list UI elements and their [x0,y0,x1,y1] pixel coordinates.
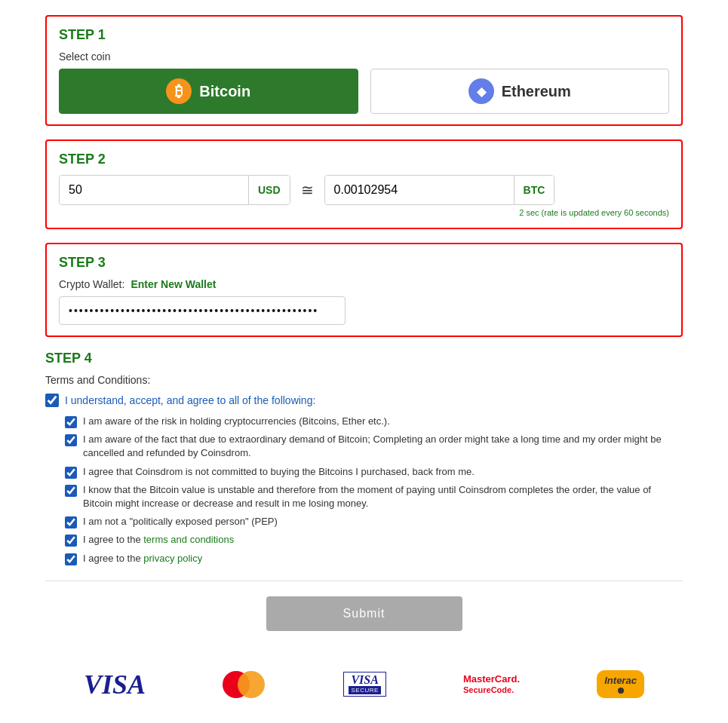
step2-section: STEP 2 USD ≅ BTC 2 sec (rate is updated … [45,139,683,229]
btc-input-group: BTC [324,175,555,205]
sub-item-2: I agree that Coinsdrom is not committed … [65,465,683,479]
visa-secure-top: VISA [351,674,378,686]
usd-amount-input[interactable] [60,176,248,204]
btc-amount-input[interactable] [325,176,514,204]
terms-link[interactable]: terms and conditions [143,534,234,545]
sub-item-1: I am aware of the fact that due to extra… [65,433,683,460]
select-coin-label: Select coin [59,51,669,63]
mastercard-securecode-logo: MasterCard. SecureCode. [463,673,520,695]
sub-item-5: I agree to the terms and conditions [65,533,683,547]
sub-item-4: I am not a "politically exposed person" … [65,515,683,528]
sub-item-6: I agree to the privacy policy [65,552,683,565]
step3-label: STEP 3 [59,255,669,271]
bitcoin-icon: ₿ [166,78,192,104]
visa-secure-logo: VISA SECURE [343,672,386,697]
ethereum-icon: ◆ [468,78,494,104]
sub-checkbox-6[interactable] [65,553,77,565]
step2-label: STEP 2 [59,152,669,167]
interac-logo: Interac [597,670,644,698]
sub-checkbox-4[interactable] [65,516,77,528]
mc-secure-line1: MasterCard. [463,673,520,685]
divider [45,581,683,581]
ethereum-label: Ethereum [502,83,571,100]
mc-secure-line2: SecureCode. [463,685,520,695]
sub-checkbox-2[interactable] [65,467,77,479]
sub-label-2: I agree that Coinsdrom is not committed … [83,465,475,479]
sub-label-4: I am not a "politically exposed person" … [83,515,278,528]
amount-row: USD ≅ BTC [59,175,669,205]
btc-currency-label: BTC [514,176,554,204]
sub-label-1: I am aware of the fact that due to extra… [83,433,683,460]
sub-label-3: I know that the Bitcoin value is unstabl… [83,483,683,510]
wallet-label: Crypto Wallet: [59,278,124,290]
visa-secure-bottom: SECURE [349,686,380,694]
step4-label: STEP 4 [45,351,683,366]
step4-section: STEP 4 Terms and Conditions: I understan… [45,351,683,565]
rate-note: 2 sec (rate is updated every 60 seconds) [59,208,669,217]
sub-checkbox-0[interactable] [65,416,77,428]
usd-currency-label: USD [248,176,290,204]
submit-button[interactable]: Submit [266,596,462,631]
sub-checkbox-1[interactable] [65,434,77,446]
bitcoin-button[interactable]: ₿ Bitcoin [59,69,358,114]
step1-section: STEP 1 Select coin ₿ Bitcoin ◆ Ethereum [45,15,683,126]
sub-label-5: I agree to the terms and conditions [83,533,234,547]
main-checkbox-row: I understand, accept, and agree to all o… [45,394,683,407]
main-checkbox[interactable] [45,394,59,407]
interac-text: Interac [604,675,637,686]
main-checkbox-label: I understand, accept, and agree to all o… [65,394,315,406]
interac-dot [618,688,624,694]
sub-item-0: I am aware of the risk in holding crypto… [65,415,683,428]
payment-footer: VISA VISA SECURE MasterCard. SecureCode.… [45,661,683,700]
ethereum-button[interactable]: ◆ Ethereum [370,69,670,114]
wallet-input[interactable] [59,296,346,325]
bitcoin-label: Bitcoin [199,83,250,100]
sub-item-3: I know that the Bitcoin value is unstabl… [65,483,683,510]
privacy-link[interactable]: privacy policy [143,553,202,564]
sub-checkbox-5[interactable] [65,535,77,547]
mastercard-logo [223,671,266,698]
terms-label: Terms and Conditions: [45,374,683,386]
step1-label: STEP 1 [59,27,669,43]
step3-section: STEP 3 Crypto Wallet: Enter New Wallet [45,243,683,337]
sub-checkboxes: I am aware of the risk in holding crypto… [65,415,683,565]
sub-label-6: I agree to the privacy policy [83,552,202,565]
sub-checkbox-3[interactable] [65,485,77,497]
enter-new-wallet-link[interactable]: Enter New Wallet [131,278,216,290]
mc-orange-circle [238,671,265,698]
sub-label-0: I am aware of the risk in holding crypto… [83,415,390,428]
visa-logo: VISA [84,669,146,700]
wallet-label-row: Crypto Wallet: Enter New Wallet [59,278,669,290]
approx-symbol: ≅ [296,181,318,199]
usd-input-group: USD [59,175,290,205]
coin-buttons-row: ₿ Bitcoin ◆ Ethereum [59,69,669,114]
